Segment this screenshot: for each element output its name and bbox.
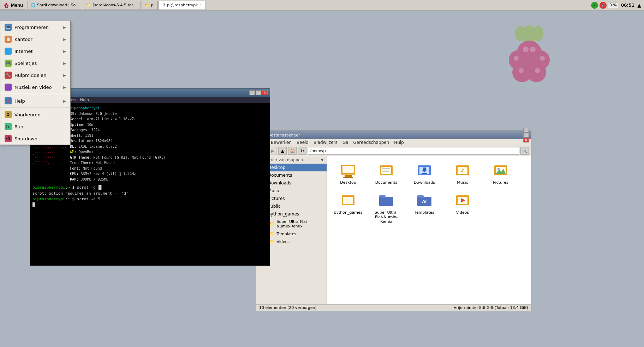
- menu-item-programmeren[interactable]: 💻 Programmeren ▶: [0, 21, 70, 33]
- fm-icon-super-ultra[interactable]: Super-Ultra-Flat-Numix-Remix: [369, 190, 404, 226]
- fm-menu-hulp[interactable]: Hulp: [394, 140, 404, 145]
- fm-icon-pictures[interactable]: Pictures: [483, 160, 518, 187]
- tray-clock: 06:51: [620, 3, 636, 8]
- desktop-icon-label: Desktop: [340, 180, 356, 185]
- menu-item-voorkeuren[interactable]: ⚙ Voorkeuren: [0, 109, 70, 121]
- terminal-close-button[interactable]: ✕: [262, 90, 268, 95]
- svg-rect-46: [417, 195, 424, 198]
- fm-icon-python-games[interactable]: python_games: [330, 190, 366, 226]
- tab-sardi-icons[interactable]: 📁 [sardi-icons-5.4.5.tar....: [83, 1, 141, 10]
- help-icon: ❓: [5, 97, 12, 104]
- menu-label: Menu: [11, 2, 23, 8]
- terminal-minimize-button[interactable]: _: [249, 90, 255, 95]
- tab-pi-folder-icon: 📂: [145, 3, 150, 7]
- menu-item-internet[interactable]: 🌐 Internet ▶: [0, 45, 70, 57]
- super-ultra-icon-img: [378, 192, 395, 209]
- filemanager-titlebar: pi — Bestandsbeheer _ □ ✕: [256, 131, 531, 139]
- taskbar: Menu 🌐 Sardi download | So... 📁 [sardi-i…: [0, 0, 644, 11]
- pictures-icon-img: [492, 162, 509, 179]
- python-games-icon-label: python_games: [334, 210, 363, 215]
- tab-pi-folder-label: pi: [151, 3, 155, 7]
- fm-menu-beeld[interactable]: Beeld: [297, 140, 309, 145]
- menu-item-spelletjes[interactable]: 🎮 Spelletjes ▶: [0, 57, 70, 69]
- pictures-icon-label: Pictures: [493, 180, 508, 185]
- videos-icon-label: Videos: [456, 210, 469, 215]
- fm-minimize-button[interactable]: _: [523, 128, 529, 133]
- tab-sardi-download[interactable]: 🌐 Sardi download | So...: [28, 1, 83, 10]
- tray-arrow-icon[interactable]: ▲: [637, 2, 641, 8]
- fm-refresh-button[interactable]: ↻: [298, 147, 306, 155]
- arrow-internet: ▶: [63, 49, 66, 53]
- fm-status-count: 10 elementen (20 verborgen): [259, 305, 317, 310]
- menu-item-muziek-video[interactable]: 🎵 Muziek en video ▶: [0, 81, 70, 93]
- menu-item-hulpmiddelen[interactable]: 🔧 Hulpmiddelen ▶: [0, 69, 70, 81]
- menu-item-help[interactable]: ❓ Help ▶: [0, 95, 70, 107]
- tab-pi-terminal[interactable]: 🖥 pi@raspberrypi: ~: [159, 1, 206, 10]
- menu-divider-2: [0, 108, 70, 108]
- desktop-logo: [503, 25, 556, 86]
- fm-icon-templates[interactable]: AI Templates: [407, 190, 442, 226]
- videos-icon-img: [454, 192, 471, 209]
- svg-rect-31: [422, 173, 427, 174]
- fm-toolbar: ◀ ▶ ▲ 🏠 ↻ 🔍: [256, 146, 531, 156]
- svg-text:♪: ♪: [461, 168, 464, 173]
- fm-menu-bewerken[interactable]: Bewerken: [271, 140, 292, 145]
- fm-icon-downloads[interactable]: Downloads: [407, 160, 442, 187]
- fm-menu-gereedschappen[interactable]: Gereedschappen: [353, 140, 389, 145]
- fm-main: Desktop Docume: [327, 156, 531, 304]
- fm-home-button[interactable]: 🏠: [288, 147, 297, 155]
- menu-item-run[interactable]: ▷ Run...: [0, 121, 70, 133]
- svg-point-18: [540, 56, 545, 61]
- arrow-spelletjes: ▶: [63, 61, 66, 65]
- fm-close-button[interactable]: ✕: [523, 138, 529, 142]
- fm-up-button[interactable]: ▲: [278, 147, 287, 155]
- menu-item-shutdown[interactable]: ⏻ Shutdown...: [0, 133, 70, 145]
- app-menu: 💻 Programmeren ▶ 📋 Kantoor ▶ 🌐 Internet …: [0, 21, 71, 145]
- systray: ✓ 🔊 0 % 06:51 ▲: [591, 2, 641, 9]
- fm-icon-desktop[interactable]: Desktop: [330, 160, 366, 187]
- svg-rect-21: [345, 175, 352, 177]
- fm-menu-bladwijzers[interactable]: Bladwijzers: [314, 140, 338, 145]
- tab-pi-folder[interactable]: 📂 pi: [142, 1, 158, 10]
- documents-icon-img: [378, 162, 395, 179]
- internet-icon: 🌐: [5, 48, 12, 55]
- fm-maximize-button[interactable]: □: [523, 133, 529, 138]
- svg-point-14: [530, 47, 536, 52]
- tray-icon-green: ✓: [591, 2, 598, 9]
- fm-address-bar[interactable]: [308, 147, 519, 155]
- svg-point-15: [514, 56, 519, 61]
- svg-point-3: [5, 6, 7, 8]
- tab-pi-terminal-icon: 🖥: [162, 3, 166, 7]
- fm-body: Structuur van mappen ▼ 📁 Desktop 📁 Docum…: [256, 156, 531, 304]
- fm-icon-public[interactable]: Public: [521, 160, 531, 187]
- fm-icon-videos[interactable]: Videos: [445, 190, 480, 226]
- svg-point-13: [523, 47, 529, 52]
- fm-menu-ga[interactable]: Ga: [342, 140, 348, 145]
- svg-point-17: [535, 68, 540, 73]
- terminal-maximize-button[interactable]: □: [256, 90, 261, 95]
- fm-sidebar-collapse-icon[interactable]: ▼: [321, 158, 324, 162]
- svg-text:AI: AI: [422, 199, 427, 204]
- svg-rect-22: [343, 177, 353, 178]
- fm-icon-documents[interactable]: Documents: [369, 160, 404, 187]
- downloads-icon-label: Downloads: [414, 180, 435, 185]
- svg-point-7: [533, 26, 543, 41]
- shutdown-icon: ⏻: [5, 135, 12, 142]
- filemanager-controls: _ □ ✕: [523, 128, 529, 142]
- desktop-icon-img: [340, 162, 357, 179]
- menu-item-kantoor[interactable]: 📋 Kantoor ▶: [0, 33, 70, 45]
- fm-search-button[interactable]: 🔍: [520, 147, 529, 155]
- terminal-menu-hulp[interactable]: Hulp: [80, 98, 89, 102]
- tab-sardi-icons-label: [sardi-icons-5.4.5.tar....: [93, 3, 138, 7]
- programmeren-icon: 💻: [5, 24, 12, 31]
- fm-icon-music[interactable]: ♪ Music: [445, 160, 480, 187]
- kantoor-icon: 📋: [5, 36, 12, 43]
- menu-button[interactable]: Menu: [0, 1, 26, 10]
- templates-icon-label: Templates: [415, 210, 434, 215]
- hulpmiddelen-icon: 🔧: [5, 72, 12, 79]
- arrow-hulpmiddelen: ▶: [63, 73, 66, 77]
- fm-status-space: Vrije ruimte: 8,6 GiB (Totaal: 13,4 GiB): [454, 305, 528, 310]
- filemanager-menubar: Ind Bewerken Beeld Bladwijzers Ga Gereed…: [256, 139, 531, 146]
- tab-sardi-icons-icon: 📁: [86, 3, 91, 7]
- tray-icon-red: 🔊: [600, 2, 607, 9]
